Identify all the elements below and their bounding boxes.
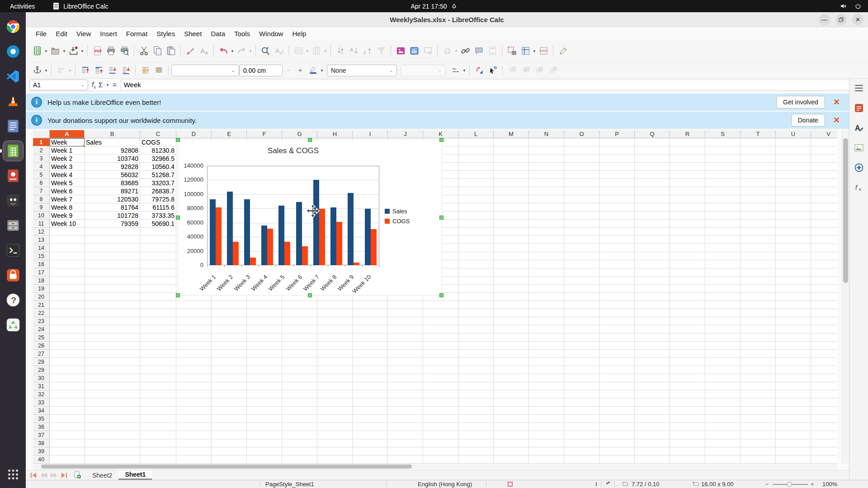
sort-button[interactable] <box>334 44 347 58</box>
cell-J32[interactable] <box>388 390 423 399</box>
cell-C13[interactable] <box>140 236 176 244</box>
cell-M28[interactable] <box>494 358 529 366</box>
area-color-select[interactable]: ⌄ <box>401 65 446 76</box>
cell-S33[interactable] <box>705 399 741 407</box>
cell-U12[interactable] <box>776 228 811 236</box>
cell-I21[interactable] <box>353 301 388 309</box>
properties-icon[interactable] <box>852 101 866 115</box>
cell-O11[interactable] <box>564 220 599 228</box>
cell-U20[interactable] <box>776 293 811 301</box>
cell-O26[interactable] <box>564 342 599 350</box>
cell-B30[interactable] <box>85 374 140 382</box>
print-button[interactable] <box>104 44 118 58</box>
cell-M16[interactable] <box>494 260 529 268</box>
cell-L32[interactable] <box>458 390 494 399</box>
cell-F32[interactable] <box>247 390 282 399</box>
cell-I22[interactable] <box>353 309 388 317</box>
cell-L14[interactable] <box>458 244 494 252</box>
cell-S16[interactable] <box>705 260 741 268</box>
insert-mode[interactable]: I <box>595 481 597 488</box>
cell-O17[interactable] <box>564 268 599 277</box>
cell-C33[interactable] <box>140 399 176 407</box>
cell-E32[interactable] <box>212 390 247 399</box>
cell-L20[interactable] <box>458 293 494 301</box>
column-header-E[interactable]: E <box>212 130 247 138</box>
cell-P4[interactable] <box>599 163 635 171</box>
cell-U8[interactable] <box>776 195 811 203</box>
cell-O21[interactable] <box>564 301 599 309</box>
cell-A12[interactable] <box>50 228 85 236</box>
cell-I32[interactable] <box>353 390 388 399</box>
row-header-11[interactable]: 11 <box>33 220 50 228</box>
cell-R26[interactable] <box>670 342 705 350</box>
insert-columns-button[interactable] <box>310 44 323 58</box>
functions-icon[interactable]: f× <box>852 181 866 194</box>
column-header-J[interactable]: J <box>388 130 423 138</box>
row-header-34[interactable]: 34 <box>33 407 50 415</box>
cell-S21[interactable] <box>705 301 741 309</box>
column-header-H[interactable]: H <box>317 130 353 138</box>
cell-T25[interactable] <box>741 333 776 342</box>
cell-U30[interactable] <box>776 374 811 382</box>
cell-O9[interactable] <box>564 203 599 211</box>
cell-L30[interactable] <box>458 374 494 382</box>
row-header-12[interactable]: 12 <box>33 228 50 236</box>
trash-icon[interactable] <box>3 315 23 335</box>
zoom-level[interactable]: 100% <box>822 481 837 488</box>
cell-L12[interactable] <box>458 228 494 236</box>
cell-J21[interactable] <box>388 301 423 309</box>
select-all-corner[interactable] <box>33 130 50 138</box>
cell-C32[interactable] <box>140 390 176 399</box>
cell-O33[interactable] <box>564 399 599 407</box>
line-ends-style-dropdown[interactable]: ▾ <box>462 68 467 73</box>
cell-B18[interactable] <box>85 277 140 285</box>
cell-B22[interactable] <box>85 309 140 317</box>
cell-P39[interactable] <box>599 447 635 455</box>
column-header-G[interactable]: G <box>282 130 317 138</box>
insert-image-button[interactable] <box>394 44 407 58</box>
cell-Q21[interactable] <box>635 301 670 309</box>
cell-L23[interactable] <box>458 317 494 325</box>
vscode-icon[interactable] <box>3 66 23 86</box>
cell-Q38[interactable] <box>635 439 670 447</box>
cell-C1[interactable]: COGS <box>140 138 176 146</box>
cell-R9[interactable] <box>670 203 705 211</box>
cell-N24[interactable] <box>529 325 564 333</box>
cell-T35[interactable] <box>741 415 776 423</box>
cell-A36[interactable] <box>50 423 85 431</box>
cell-V22[interactable] <box>811 309 837 317</box>
cell-R23[interactable] <box>670 317 705 325</box>
cell-U32[interactable] <box>776 390 811 399</box>
cell-E31[interactable] <box>212 382 247 390</box>
cell-C15[interactable] <box>140 252 176 260</box>
cell-A27[interactable] <box>50 350 85 358</box>
cell-V35[interactable] <box>811 415 837 423</box>
cell-F21[interactable] <box>247 301 282 309</box>
column-header-O[interactable]: O <box>564 130 599 138</box>
menu-data[interactable]: Data <box>206 28 230 39</box>
menu-edit[interactable]: Edit <box>51 28 72 39</box>
cell-U39[interactable] <box>776 447 811 455</box>
ungroup-button[interactable] <box>546 63 560 78</box>
cell-T10[interactable] <box>741 211 776 220</box>
cell-A22[interactable] <box>50 309 85 317</box>
cell-P8[interactable] <box>599 195 635 203</box>
cell-S30[interactable] <box>705 374 741 382</box>
cell-F35[interactable] <box>247 415 282 423</box>
cell-K38[interactable] <box>423 439 458 447</box>
cell-S19[interactable] <box>705 285 741 293</box>
cell-N4[interactable] <box>529 163 564 171</box>
clone-formatting-button[interactable] <box>184 44 197 58</box>
cell-C16[interactable] <box>140 260 176 268</box>
cell-R34[interactable] <box>670 407 705 415</box>
insert-rows-dropdown[interactable]: ▾ <box>305 49 310 53</box>
cell-M35[interactable] <box>494 415 529 423</box>
cell-D27[interactable] <box>176 350 212 358</box>
clock[interactable]: Apr 21 17:50 <box>0 3 868 10</box>
add-sheet-icon[interactable] <box>74 471 81 479</box>
cell-B2[interactable]: 92808 <box>85 146 140 155</box>
cell-O22[interactable] <box>564 309 599 317</box>
cell-E29[interactable] <box>212 366 247 374</box>
cell-U34[interactable] <box>776 407 811 415</box>
cell-I37[interactable] <box>353 431 388 439</box>
